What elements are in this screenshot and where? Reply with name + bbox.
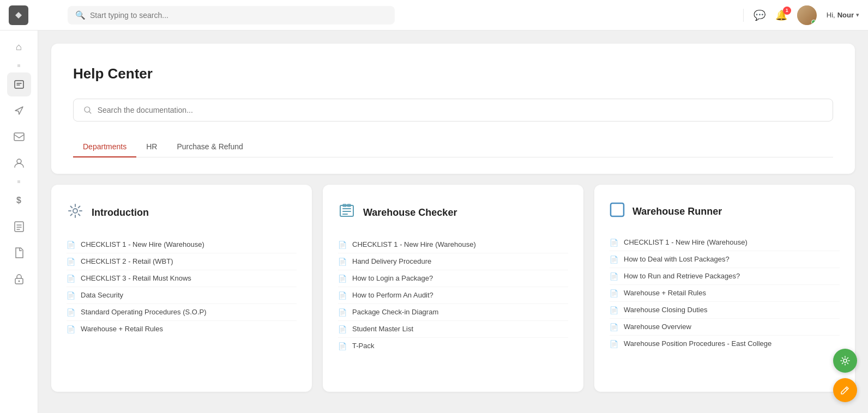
category-card-introduction: Introduction 📄 CHECKLIST 1 - New Hire (W… bbox=[51, 185, 312, 392]
doc-icon: 📄 bbox=[610, 323, 618, 331]
global-search-input[interactable] bbox=[90, 11, 387, 20]
list-item[interactable]: 📄 CHECKLIST 1 - New Hire (Warehouse) bbox=[338, 236, 568, 253]
list-item[interactable]: 📄 CHECKLIST 1 - New Hire (Warehouse) bbox=[610, 234, 840, 251]
doc-icon: 📄 bbox=[67, 275, 75, 283]
svg-rect-4 bbox=[15, 222, 23, 232]
list-item[interactable]: 📄 Package Check-in Diagram bbox=[338, 304, 568, 321]
list-item[interactable]: 📄 T-Pack bbox=[338, 338, 568, 354]
svg-point-6 bbox=[18, 281, 20, 282]
gear-icon bbox=[67, 202, 84, 223]
help-search-input[interactable] bbox=[98, 106, 823, 114]
list-item[interactable]: 📄 Warehouse + Retail Rules bbox=[610, 285, 840, 302]
svg-rect-1 bbox=[15, 81, 23, 88]
avatar-online-indicator bbox=[811, 20, 816, 25]
doc-icon: 📄 bbox=[338, 241, 347, 249]
tab-departments[interactable]: Departments bbox=[73, 137, 136, 157]
list-item[interactable]: 📄 Warehouse + Retail Rules bbox=[67, 321, 297, 337]
list-item[interactable]: 📄 Data Security bbox=[67, 287, 297, 304]
page-title: Help Center bbox=[73, 65, 833, 82]
topbar: 🔍 💬 🔔 1 Hi, Nour ▾ bbox=[0, 0, 868, 31]
sidebar-item-reports[interactable] bbox=[7, 215, 31, 239]
search-icon: 🔍 bbox=[75, 10, 86, 20]
doc-icon: 📄 bbox=[610, 239, 618, 247]
avatar[interactable] bbox=[797, 5, 817, 25]
chat-buttons bbox=[833, 349, 857, 402]
category-items-introduction: 📄 CHECKLIST 1 - New Hire (Warehouse) 📄 C… bbox=[67, 236, 297, 337]
list-item[interactable]: 📄 How to Run and Retrieve Packages? bbox=[610, 268, 840, 285]
list-item[interactable]: 📄 Hand Delivery Procedure bbox=[338, 253, 568, 270]
svg-point-13 bbox=[843, 359, 847, 362]
global-search-bar[interactable]: 🔍 bbox=[68, 6, 395, 25]
sidebar-item-send[interactable] bbox=[7, 99, 31, 123]
list-icon bbox=[338, 202, 355, 223]
sidebar-item-users[interactable] bbox=[7, 151, 31, 175]
sidebar-dot bbox=[17, 64, 20, 67]
doc-icon: 📄 bbox=[338, 308, 347, 317]
tab-purchase-refund[interactable]: Purchase & Refund bbox=[167, 137, 252, 157]
doc-icon: 📄 bbox=[610, 256, 618, 264]
chevron-down-icon[interactable]: ▾ bbox=[856, 11, 859, 19]
tab-hr[interactable]: HR bbox=[136, 137, 167, 157]
doc-icon: 📄 bbox=[67, 325, 75, 333]
svg-rect-2 bbox=[14, 133, 24, 141]
list-item[interactable]: 📄 Standard Operating Procedures (S.O.P) bbox=[67, 304, 297, 321]
category-card-warehouse-checker: Warehouse Checker 📄 CHECKLIST 1 - New Hi… bbox=[323, 185, 583, 392]
list-item[interactable]: 📄 Student Master List bbox=[338, 321, 568, 338]
chat-icon[interactable]: 💬 bbox=[754, 9, 765, 21]
sidebar-item-tasks[interactable] bbox=[7, 72, 31, 96]
svg-point-3 bbox=[17, 159, 21, 163]
sidebar-item-mail[interactable] bbox=[7, 125, 31, 149]
category-grid: Introduction 📄 CHECKLIST 1 - New Hire (W… bbox=[51, 185, 855, 392]
topbar-right: 💬 🔔 1 Hi, Nour ▾ bbox=[743, 5, 859, 25]
category-title-warehouse-runner: Warehouse Runner bbox=[632, 206, 722, 217]
square-icon bbox=[610, 202, 625, 221]
sidebar-item-lock[interactable] bbox=[7, 267, 31, 291]
sidebar-dot-2 bbox=[17, 180, 20, 183]
svg-point-8 bbox=[73, 209, 77, 213]
list-item[interactable]: 📄 How to Perform An Audit? bbox=[338, 287, 568, 304]
category-items-warehouse-runner: 📄 CHECKLIST 1 - New Hire (Warehouse) 📄 H… bbox=[610, 234, 840, 352]
edit-chat-button[interactable] bbox=[833, 378, 857, 402]
doc-icon: 📄 bbox=[610, 289, 618, 297]
topbar-divider bbox=[743, 9, 744, 22]
list-item[interactable]: 📄 CHECKLIST 2 - Retail (WBT) bbox=[67, 253, 297, 270]
category-header-warehouse-runner: Warehouse Runner bbox=[610, 202, 840, 221]
category-header-warehouse-checker: Warehouse Checker bbox=[338, 202, 568, 223]
category-items-warehouse-checker: 📄 CHECKLIST 1 - New Hire (Warehouse) 📄 H… bbox=[338, 236, 568, 354]
sidebar-item-documents[interactable] bbox=[7, 241, 31, 265]
sidebar: ⌂ $ bbox=[0, 0, 38, 413]
app-logo[interactable] bbox=[9, 5, 28, 25]
doc-icon: 📄 bbox=[338, 275, 347, 283]
user-greeting: Hi, Nour ▾ bbox=[827, 11, 859, 19]
doc-icon: 📄 bbox=[67, 241, 75, 249]
sidebar-item-finance[interactable]: $ bbox=[7, 189, 31, 212]
doc-icon: 📄 bbox=[67, 308, 75, 317]
doc-icon: 📄 bbox=[610, 340, 618, 348]
doc-icon: 📄 bbox=[338, 325, 347, 333]
doc-icon: 📄 bbox=[67, 258, 75, 266]
list-item[interactable]: 📄 CHECKLIST 3 - Retail Must Knows bbox=[67, 270, 297, 287]
list-item[interactable]: 📄 How to Login a Package? bbox=[338, 270, 568, 287]
help-tabs: Departments HR Purchase & Refund bbox=[73, 137, 833, 157]
category-title-introduction: Introduction bbox=[92, 207, 149, 218]
list-item[interactable]: 📄 Warehouse Overview bbox=[610, 319, 840, 336]
help-search-icon bbox=[83, 106, 92, 114]
list-item[interactable]: 📄 CHECKLIST 1 - New Hire (Warehouse) bbox=[67, 236, 297, 253]
doc-icon: 📄 bbox=[338, 291, 347, 300]
category-card-warehouse-runner: Warehouse Runner 📄 CHECKLIST 1 - New Hir… bbox=[594, 185, 855, 392]
sidebar-item-home[interactable]: ⌂ bbox=[7, 35, 31, 59]
doc-icon: 📄 bbox=[610, 272, 618, 281]
notification-badge: 1 bbox=[783, 7, 791, 15]
doc-icon: 📄 bbox=[610, 306, 618, 314]
list-item[interactable]: 📄 Warehouse Position Procedures - East C… bbox=[610, 336, 840, 352]
svg-rect-12 bbox=[611, 203, 624, 216]
main-content: Help Center Departments HR Purchase & Re… bbox=[38, 31, 868, 413]
list-item[interactable]: 📄 How to Deal with Lost Packages? bbox=[610, 251, 840, 268]
doc-icon: 📄 bbox=[67, 291, 75, 300]
settings-chat-button[interactable] bbox=[833, 349, 857, 373]
help-search-bar[interactable] bbox=[73, 99, 833, 122]
list-item[interactable]: 📄 Warehouse Closing Duties bbox=[610, 302, 840, 319]
notification-icon[interactable]: 🔔 1 bbox=[775, 9, 787, 21]
doc-icon: 📄 bbox=[338, 258, 347, 266]
category-header-introduction: Introduction bbox=[67, 202, 297, 223]
